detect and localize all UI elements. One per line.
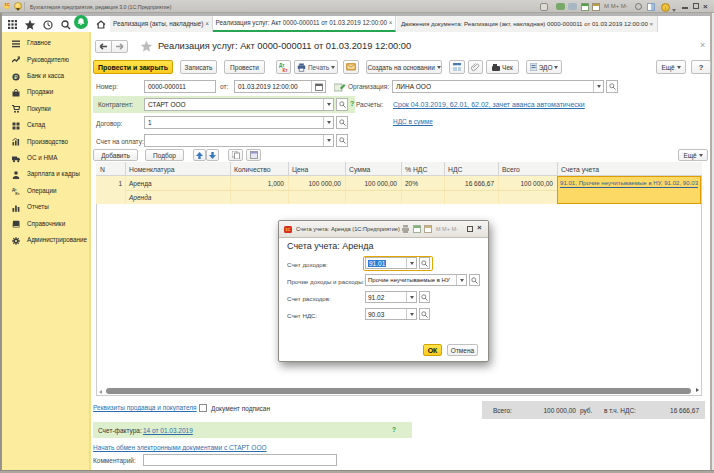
svg-text:₽: ₽	[14, 74, 18, 80]
svg-text:Кт: Кт	[282, 68, 288, 73]
svg-text:Кт: Кт	[15, 191, 19, 195]
